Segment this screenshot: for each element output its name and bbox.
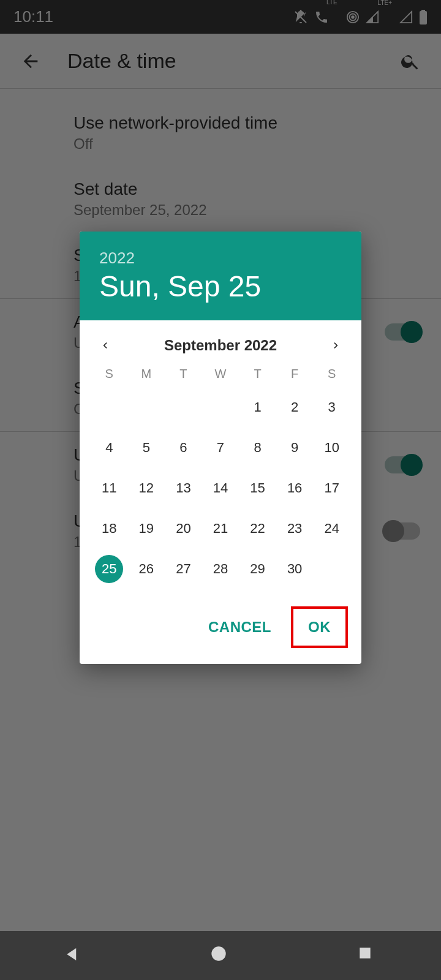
calendar-day[interactable]: 9 bbox=[281, 434, 309, 462]
calendar-day[interactable]: 5 bbox=[132, 434, 160, 462]
calendar-day[interactable]: 6 bbox=[169, 434, 197, 462]
calendar-day[interactable]: 4 bbox=[95, 434, 123, 462]
calendar-day[interactable]: 2 bbox=[281, 393, 309, 421]
next-month-button[interactable] bbox=[327, 336, 345, 355]
calendar-day[interactable]: 16 bbox=[281, 474, 309, 502]
calendar-day[interactable]: 13 bbox=[169, 474, 197, 502]
dow-header: T bbox=[165, 367, 202, 381]
calendar-day[interactable]: 17 bbox=[318, 474, 346, 502]
calendar-day[interactable]: 15 bbox=[244, 474, 272, 502]
dow-header: M bbox=[128, 367, 165, 381]
calendar-day[interactable]: 11 bbox=[95, 474, 123, 502]
ok-button[interactable]: OK bbox=[300, 612, 339, 642]
dow-header: T bbox=[239, 367, 276, 381]
date-picker-dialog: 2022 Sun, Sep 25 September 2022 SMTWTFS1… bbox=[80, 232, 361, 664]
calendar-day[interactable]: 14 bbox=[206, 474, 235, 502]
calendar-day[interactable]: 22 bbox=[244, 514, 272, 543]
calendar-day[interactable]: 10 bbox=[318, 434, 346, 462]
calendar-day[interactable]: 26 bbox=[132, 555, 160, 583]
calendar-day[interactable]: 1 bbox=[244, 393, 272, 421]
calendar-day[interactable]: 19 bbox=[132, 514, 160, 543]
nav-home-button[interactable] bbox=[210, 945, 231, 966]
dialog-header: 2022 Sun, Sep 25 bbox=[80, 232, 361, 320]
navigation-bar bbox=[0, 931, 441, 980]
calendar-day[interactable]: 27 bbox=[169, 555, 197, 583]
calendar-day[interactable]: 20 bbox=[169, 514, 197, 543]
calendar-day[interactable]: 24 bbox=[318, 514, 346, 543]
calendar-day[interactable]: 25 bbox=[95, 555, 123, 583]
ok-highlight: OK bbox=[291, 606, 348, 648]
calendar-day[interactable]: 3 bbox=[318, 393, 346, 421]
dow-header: S bbox=[91, 367, 128, 381]
calendar-day[interactable]: 28 bbox=[206, 555, 235, 583]
dow-header: S bbox=[313, 367, 350, 381]
nav-back-button[interactable] bbox=[63, 945, 84, 966]
calendar-day[interactable]: 12 bbox=[132, 474, 160, 502]
cancel-button[interactable]: CANCEL bbox=[200, 606, 280, 648]
prev-month-button[interactable] bbox=[96, 336, 114, 355]
svg-point-6 bbox=[211, 946, 225, 960]
month-navigation: September 2022 bbox=[80, 320, 361, 362]
month-label: September 2022 bbox=[164, 337, 277, 354]
calendar-day[interactable]: 18 bbox=[95, 514, 123, 543]
nav-recent-button[interactable] bbox=[357, 945, 378, 966]
calendar-day[interactable]: 21 bbox=[206, 514, 235, 543]
calendar-grid: SMTWTFS123456789101112131415161718192021… bbox=[80, 362, 361, 595]
calendar-day[interactable]: 8 bbox=[244, 434, 272, 462]
picker-year[interactable]: 2022 bbox=[99, 249, 342, 268]
calendar-day[interactable]: 30 bbox=[281, 555, 309, 583]
svg-rect-7 bbox=[360, 948, 370, 958]
dow-header: F bbox=[276, 367, 314, 381]
calendar-day[interactable]: 7 bbox=[206, 434, 235, 462]
calendar-day[interactable]: 23 bbox=[281, 514, 309, 543]
calendar-day[interactable]: 29 bbox=[244, 555, 272, 583]
dow-header: W bbox=[202, 367, 239, 381]
dialog-actions: CANCEL OK bbox=[80, 595, 361, 664]
picker-date-label[interactable]: Sun, Sep 25 bbox=[99, 271, 342, 302]
